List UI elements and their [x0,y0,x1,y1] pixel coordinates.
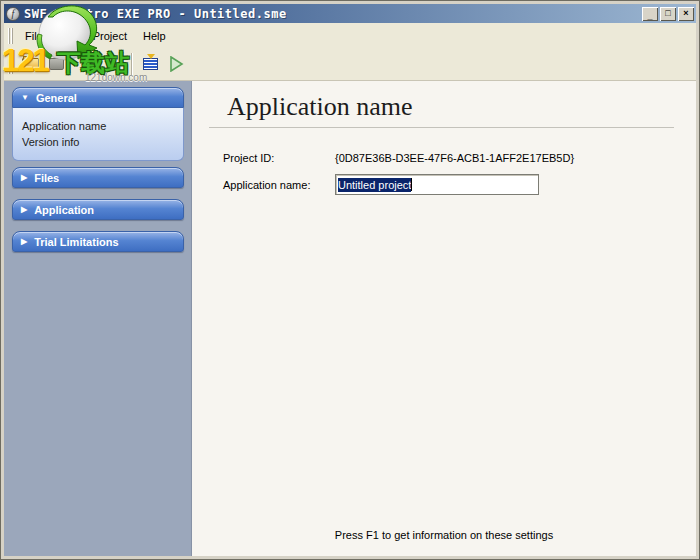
run-preview-button[interactable] [164,52,188,76]
client-area: ▼ General Application name Version info … [4,81,696,556]
maximize-button[interactable]: □ [660,7,676,21]
open-folder-icon [22,58,39,70]
play-icon [169,56,184,72]
sidebar-section-files: ▶ Files [12,167,184,188]
text-caret [411,178,412,191]
project-id-value: {0D87E36B-D3EE-47F6-ACB1-1AFF2E17EB5D} [335,152,574,164]
sidebar-header-general[interactable]: ▼ General [12,87,184,108]
title-bar: f SWF Maestro EXE PRO - Untitled.sme _ □… [4,4,696,23]
toolbar-grip-handle[interactable] [8,54,13,74]
sidebar-item-version-info[interactable]: Version info [22,134,183,150]
sidebar-header-label: Files [34,172,59,184]
sidebar-header-label: Application [34,204,94,216]
chevron-right-icon: ▶ [21,238,27,246]
close-button[interactable]: × [678,7,694,21]
app-window: f SWF Maestro EXE PRO - Untitled.sme _ □… [0,0,700,560]
tool-button[interactable] [44,52,68,76]
chevron-down-icon: ▼ [21,94,29,102]
menu-bar: File Project Help [4,23,696,48]
main-panel: Application name Project ID: {0D87E36B-D… [192,81,696,556]
tool-icon [49,58,64,70]
open-project-button[interactable] [18,52,42,76]
sidebar-section-general: ▼ General Application name Version info [12,87,184,161]
sidebar-header-files[interactable]: ▶ Files [12,167,184,188]
application-name-input[interactable]: Untitled project [335,174,539,195]
app-icon: f [6,7,20,21]
sidebar-header-application[interactable]: ▶ Application [12,199,184,220]
app-icon-glyph: f [12,9,15,19]
page-title: Application name [227,92,413,122]
toolbar-separator [131,53,133,75]
f1-hint-text: Press F1 to get information on these set… [192,529,696,541]
sidebar-body-general: Application name Version info [12,108,184,161]
minimize-button[interactable]: _ [642,7,658,21]
sidebar-header-label: Trial Limitations [34,236,118,248]
project-id-label: Project ID: [223,152,274,164]
window-controls: _ □ × [642,7,694,21]
menubar-grip-handle[interactable] [8,28,13,44]
chevron-right-icon: ▶ [21,206,27,214]
menu-help[interactable]: Help [135,27,174,45]
toolbar [4,48,696,81]
window-title: SWF Maestro EXE PRO - Untitled.sme [24,7,642,21]
application-name-label: Application name: [223,179,310,191]
build-exe-button[interactable] [138,52,162,76]
selected-text: Untitled project [338,178,411,192]
sidebar-header-trial-limitations[interactable]: ▶ Trial Limitations [12,231,184,252]
sidebar: ▼ General Application name Version info … [4,81,192,556]
menu-project[interactable]: Project [85,27,135,45]
sidebar-section-application: ▶ Application [12,199,184,220]
sidebar-header-label: General [36,92,77,104]
sidebar-section-trial-limitations: ▶ Trial Limitations [12,231,184,252]
title-divider [209,127,674,128]
chevron-right-icon: ▶ [21,174,27,182]
menu-file[interactable]: File [17,27,51,45]
build-exe-icon [143,58,158,70]
sidebar-item-application-name[interactable]: Application name [22,118,183,134]
